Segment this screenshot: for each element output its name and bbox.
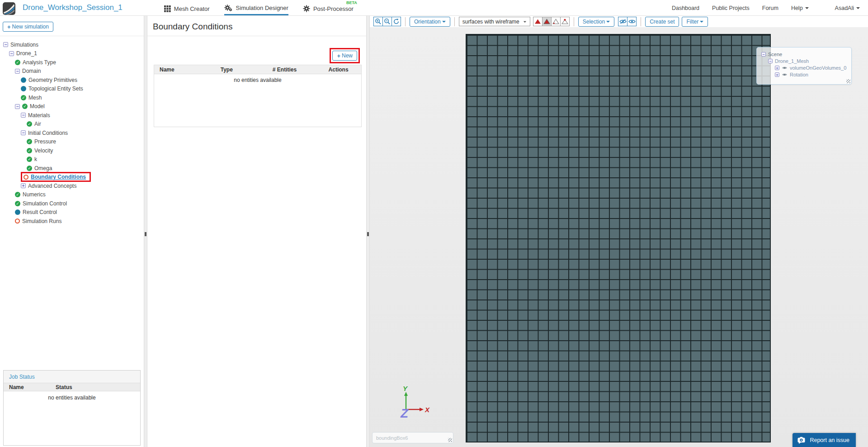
collapse-icon[interactable]: − (761, 52, 766, 57)
plus-icon: + (7, 24, 11, 30)
tree-item-numerics[interactable]: ✓Numerics (0, 190, 144, 200)
render-mode-select[interactable]: surfaces with wireframe (459, 17, 530, 26)
gears-icon (224, 5, 233, 12)
expand-icon[interactable]: + (775, 72, 779, 77)
job-status-panel: Job Status NameStatus no entities availa… (3, 370, 141, 446)
render-solid-wire-button[interactable] (542, 17, 552, 26)
nav-forum[interactable]: Forum (762, 5, 778, 11)
annotation-box-new: + New (330, 48, 360, 63)
report-issue-button[interactable]: Report an issue (793, 433, 856, 447)
table-col-name: Name (154, 67, 200, 73)
tree-item-simulation-control[interactable]: ✓Simulation Control (0, 199, 144, 208)
selection-dropdown[interactable]: Selection (578, 17, 614, 27)
tree-item-mesh[interactable]: ✓Mesh (0, 93, 144, 102)
viewport-toolbar: Orientation surfaces with wireframe (370, 16, 868, 27)
show-all-button[interactable] (627, 17, 637, 26)
dot-icon (21, 77, 26, 83)
resize-handle-icon[interactable] (846, 79, 850, 83)
tree-item-velocity[interactable]: ✓Velocity (0, 146, 144, 155)
tree-item-materials[interactable]: −Materials (0, 111, 144, 120)
nav-help[interactable]: Help (791, 5, 809, 11)
mesh-geometry[interactable] (466, 34, 771, 442)
tab-post-processor[interactable]: Post-ProcessorBETA (303, 0, 354, 15)
divider (147, 36, 366, 36)
eye-slash-icon (619, 19, 627, 24)
tab-simulation-designer[interactable]: Simulation Designer (224, 0, 288, 15)
tree-item-simulations[interactable]: −Simulations (0, 40, 144, 49)
user-menu[interactable]: AsadAli (835, 5, 860, 11)
plus-icon: + (337, 53, 340, 59)
render-points-button[interactable] (560, 17, 570, 26)
tree-item-k[interactable]: ✓k (0, 155, 144, 164)
tree-item-initial-conditions[interactable]: −Initial Conditions (0, 128, 144, 138)
nav-public-projects[interactable]: Public Projects (712, 5, 750, 11)
resizer-grip-icon (367, 232, 369, 236)
collapse-icon[interactable]: − (15, 104, 20, 109)
resizer-grip-icon (145, 232, 146, 236)
filter-dropdown[interactable]: Filter (682, 17, 708, 27)
new-simulation-button[interactable]: + New simulation (3, 22, 53, 32)
tree-item-result-control[interactable]: Result Control (0, 208, 144, 217)
eye-icon[interactable] (782, 72, 788, 77)
refresh-icon (393, 18, 400, 25)
grid-icon (164, 5, 171, 12)
tree-item-advanced-concepts[interactable]: +Advanced Concepts (0, 181, 144, 190)
project-title: Drone_Workshop_Session_1 (23, 3, 123, 12)
tree-item-air[interactable]: ✓Air (0, 120, 144, 129)
app-logo[interactable] (3, 2, 15, 15)
collapse-icon[interactable]: − (768, 59, 773, 63)
panel-resizer-right[interactable] (366, 16, 370, 447)
collapse-icon[interactable]: − (21, 130, 26, 135)
new-boundary-condition-button[interactable]: + New (332, 51, 357, 61)
scene-item-rotation[interactable]: +Rotation (761, 71, 851, 78)
create-set-button[interactable]: Create set (645, 17, 679, 27)
tree-item-analysis-type[interactable]: ✓Analysis Type (0, 58, 144, 67)
collapse-icon[interactable]: − (3, 42, 8, 47)
simulation-tree: −Simulations−Drone_1✓Analysis Type−Domai… (0, 40, 144, 226)
toolbar-separator (641, 17, 641, 26)
expand-icon[interactable]: + (775, 66, 779, 70)
scene-item-volumeongeovolumes-0[interactable]: +volumeOnGeoVolumes_0 (761, 64, 851, 71)
table-empty-text: no entities available (154, 77, 361, 83)
toolbar-separator (405, 17, 406, 26)
beta-badge: BETA (346, 0, 357, 5)
gear-icon (303, 5, 310, 12)
eye-icon (628, 19, 636, 24)
eye-icon[interactable] (782, 66, 788, 70)
scene-item-scene[interactable]: −Scene (761, 51, 851, 57)
solid-triangle-icon (534, 19, 541, 24)
render-wireframe-button[interactable] (551, 17, 561, 26)
check-icon: ✓ (27, 148, 32, 153)
collapse-icon[interactable]: − (9, 51, 14, 56)
collapse-icon[interactable]: − (15, 69, 20, 74)
chevron-down-icon (805, 7, 809, 11)
tree-item-domain[interactable]: −Domain (0, 67, 144, 76)
tree-item-omega[interactable]: ✓Omega (0, 164, 144, 173)
tree-item-topological-entity-sets[interactable]: Topological Entity Sets (0, 85, 144, 94)
zoom-out-button[interactable] (382, 17, 392, 26)
render-solid-button[interactable] (533, 17, 542, 26)
nav-dashboard[interactable]: Dashboard (672, 5, 699, 11)
bounding-box-widget[interactable]: boundingBox6 (372, 432, 453, 443)
tree-item-simulation-runs[interactable]: Simulation Runs (0, 217, 144, 226)
tree-item-drone-1[interactable]: −Drone_1 (0, 49, 144, 58)
zoom-in-button[interactable] (373, 17, 383, 26)
hide-selection-button[interactable] (618, 17, 627, 26)
x-axis-label: X (425, 406, 430, 414)
collapse-icon[interactable]: − (21, 113, 26, 118)
scene-item-drone-1-mesh[interactable]: −Drone_1_Mesh (761, 57, 851, 64)
expand-icon[interactable]: + (21, 183, 26, 188)
tree-item-pressure[interactable]: ✓Pressure (0, 138, 144, 147)
panel-resizer-left[interactable] (144, 16, 147, 447)
job-col-name: Name (4, 384, 56, 390)
job-status-title: Job Status (4, 371, 140, 383)
tab-mesh-creator[interactable]: Mesh Creator (164, 0, 210, 15)
tree-item-model[interactable]: −✓Model (0, 102, 144, 111)
viewport-canvas[interactable]: −Scene−Drone_1_Mesh+volumeOnGeoVolumes_0… (370, 27, 868, 447)
check-icon: ✓ (15, 201, 20, 206)
camera-icon (797, 437, 806, 444)
tree-item-boundary-conditions[interactable]: Boundary Conditions (0, 173, 144, 182)
tree-item-geometry-primitives[interactable]: Geometry Primitives (0, 76, 144, 85)
orientation-dropdown[interactable]: Orientation (410, 17, 450, 27)
refresh-view-button[interactable] (392, 17, 401, 26)
